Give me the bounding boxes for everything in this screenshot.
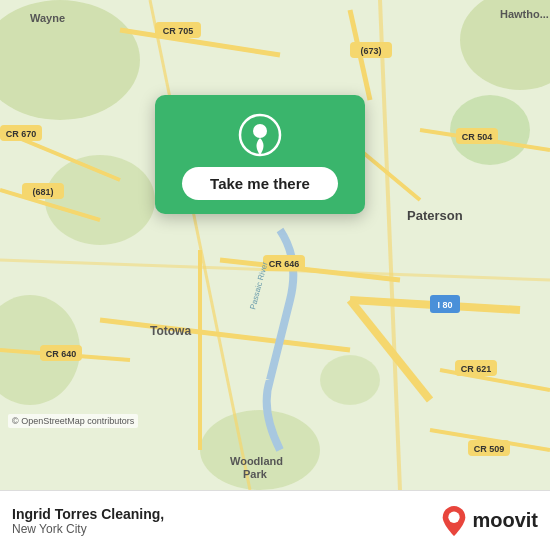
svg-point-4: [45, 155, 155, 245]
svg-text:(673): (673): [360, 46, 381, 56]
popup-card: Take me there: [155, 95, 365, 214]
svg-text:Totowa: Totowa: [150, 324, 191, 338]
bottom-bar: Ingrid Torres Cleaning, New York City mo…: [0, 490, 550, 550]
svg-text:CR 670: CR 670: [6, 129, 37, 139]
moovit-logo: moovit: [440, 505, 538, 537]
svg-text:CR 621: CR 621: [461, 364, 492, 374]
svg-text:Woodland: Woodland: [230, 455, 283, 467]
svg-text:CR 504: CR 504: [462, 132, 493, 142]
svg-text:Hawtho...: Hawtho...: [500, 8, 549, 20]
svg-text:Paterson: Paterson: [407, 208, 463, 223]
svg-text:CR 646: CR 646: [269, 259, 300, 269]
place-city: New York City: [12, 522, 164, 536]
svg-text:CR 640: CR 640: [46, 349, 77, 359]
svg-text:CR 509: CR 509: [474, 444, 505, 454]
svg-point-55: [449, 511, 460, 522]
svg-point-6: [320, 355, 380, 405]
svg-text:(681): (681): [32, 187, 53, 197]
map-container: CR 705 (673) CR 670 (681) CR 646 CR 504 …: [0, 0, 550, 490]
svg-point-54: [253, 124, 267, 138]
place-name: Ingrid Torres Cleaning,: [12, 506, 164, 522]
svg-text:CR 705: CR 705: [163, 26, 194, 36]
take-me-there-button[interactable]: Take me there: [182, 167, 338, 200]
svg-text:Wayne: Wayne: [30, 12, 65, 24]
osm-credit: © OpenStreetMap contributors: [8, 414, 138, 428]
svg-text:I 80: I 80: [437, 300, 452, 310]
location-pin-icon: [238, 113, 282, 157]
moovit-text: moovit: [472, 509, 538, 532]
svg-text:Park: Park: [243, 468, 268, 480]
place-info: Ingrid Torres Cleaning, New York City: [12, 506, 164, 536]
moovit-pin-icon: [440, 505, 468, 537]
